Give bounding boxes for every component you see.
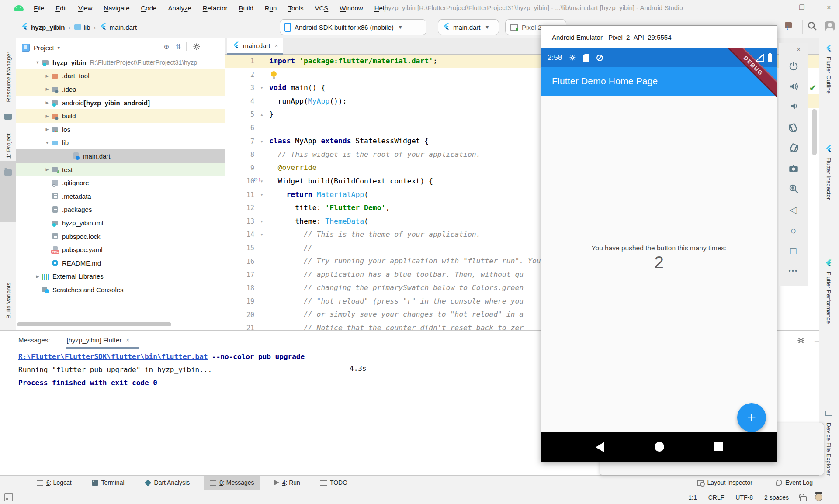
collapsed-arrow-icon[interactable]: ▶: [43, 74, 51, 78]
collapsed-arrow-icon[interactable]: ▶: [43, 127, 51, 131]
toolwindow-button-dart-analysis[interactable]: Dart Analysis: [139, 476, 196, 490]
hide-panel-icon[interactable]: —: [207, 43, 213, 51]
horizontal-scrollbar[interactable]: [17, 322, 171, 326]
line-number[interactable]: 18: [225, 284, 254, 292]
editor-scrollbar[interactable]: [812, 109, 817, 155]
gear-icon[interactable]: [193, 43, 201, 51]
tree-row-pubspec.yaml[interactable]: pubspec.yaml: [16, 243, 225, 256]
stripe-tab-resource-manager[interactable]: Resource Manager: [5, 52, 12, 102]
emulator-minimize-button[interactable]: –: [786, 46, 790, 53]
line-number[interactable]: 2: [225, 71, 254, 79]
tree-row-ios[interactable]: ▶ios: [16, 123, 225, 136]
tree-row-hyzp-yibin.iml[interactable]: hyzp_yibin.iml: [16, 216, 225, 230]
locate-icon[interactable]: ⊕: [164, 43, 170, 51]
tree-row-.dart-tool[interactable]: ▶.dart_tool: [16, 69, 225, 83]
menu-vcs[interactable]: VCS: [309, 4, 334, 12]
inspections-profile-icon[interactable]: [815, 494, 822, 501]
stripe-tab-1-project[interactable]: 1: Project: [5, 133, 12, 158]
tree-row-test[interactable]: ▶test: [16, 163, 225, 176]
fold-marker-icon[interactable]: ▾⊙↑: [254, 179, 269, 183]
fold-marker-icon[interactable]: ▾: [254, 232, 269, 237]
tab-main-dart[interactable]: main.dart ×: [227, 38, 283, 55]
intention-bulb-icon[interactable]: [271, 71, 277, 77]
tree-row-.packages[interactable]: .packages: [16, 203, 225, 217]
line-number[interactable]: 21: [225, 324, 254, 330]
device-selector[interactable]: Android SDK built for x86 (mobile) ▼: [280, 19, 426, 35]
fold-marker-icon[interactable]: ▴: [254, 112, 269, 117]
tree-row-build[interactable]: ▶build: [16, 109, 225, 123]
stripe-tab-flutter-inspector[interactable]: Flutter Inspector: [825, 157, 832, 200]
fab-increment-button[interactable]: +: [737, 403, 766, 432]
menu-run[interactable]: Run: [259, 4, 283, 12]
emulator-more-button[interactable]: •••: [779, 267, 808, 274]
stripe-tab-flutter-outline[interactable]: Flutter Outline: [825, 57, 832, 94]
line-number[interactable]: 12: [225, 204, 254, 212]
line-number[interactable]: 4: [225, 97, 254, 105]
collapse-all-icon[interactable]: ⇅: [175, 43, 180, 51]
emulator-title-bar[interactable]: Android Emulator - Pixel_2_API_29:5554: [541, 26, 777, 48]
nav-recents-button[interactable]: [714, 442, 723, 451]
tree-row-.gitignore[interactable]: .gitignore: [16, 176, 225, 190]
line-number[interactable]: 9: [225, 164, 254, 172]
line-number[interactable]: 7: [225, 138, 254, 145]
close-icon[interactable]: ×: [126, 337, 129, 343]
tree-row-scratches-and-consoles[interactable]: Scratches and Consoles: [16, 283, 225, 297]
stripe-tab-build-variants[interactable]: Build Variants: [5, 283, 12, 318]
line-number[interactable]: 3: [225, 84, 254, 92]
line-number[interactable]: 19: [225, 297, 254, 305]
expanded-arrow-icon[interactable]: ▼: [34, 60, 42, 65]
window-maximize-button[interactable]: ❒: [792, 0, 812, 16]
fold-marker-icon[interactable]: ▾: [254, 86, 269, 90]
menu-tools[interactable]: Tools: [282, 4, 309, 12]
emulator-home-button[interactable]: ○: [779, 226, 808, 236]
line-number[interactable]: 17: [225, 271, 254, 279]
menu-refactor[interactable]: Refactor: [197, 4, 233, 12]
menu-view[interactable]: View: [73, 4, 98, 12]
toolwindow-button-todo[interactable]: TODO: [314, 476, 354, 490]
tree-row-hyzp-yibin[interactable]: ▼hyzp_yibinR:\FlutterProject\FlutterProj…: [16, 56, 225, 69]
stripe-tab-device-file-explorer[interactable]: Device File Explorer: [825, 423, 832, 476]
menu-analyze[interactable]: Analyze: [162, 4, 197, 12]
line-number[interactable]: 11: [225, 191, 254, 199]
emulator-power-button[interactable]: [779, 61, 808, 72]
toolwindow-button-layout-inspector[interactable]: Layout Inspector: [691, 476, 759, 490]
nav-back-button[interactable]: [596, 442, 604, 452]
emulator-close-button[interactable]: ×: [797, 46, 800, 53]
breadcrumb-main.dart[interactable]: main.dart: [100, 23, 137, 31]
sdk-manager-button[interactable]: [785, 22, 792, 30]
gear-icon[interactable]: [797, 337, 805, 345]
fold-marker-icon[interactable]: ▾: [254, 193, 269, 197]
nav-home-button[interactable]: [655, 442, 664, 452]
status-item[interactable]: 1:1: [688, 494, 697, 501]
unlock-icon[interactable]: [800, 496, 807, 501]
line-number[interactable]: 1: [225, 57, 254, 65]
toolwindow-button-event-log[interactable]: Event Log: [770, 476, 819, 490]
line-number[interactable]: 16: [225, 258, 254, 266]
emulator-rotate-left-button[interactable]: [779, 122, 808, 133]
line-number[interactable]: 13: [225, 217, 254, 225]
search-everywhere-button[interactable]: [807, 21, 818, 34]
fold-marker-icon[interactable]: ▾: [254, 139, 269, 144]
tree-row-android[interactable]: ▶android [hyzp_yibin_android]: [16, 96, 225, 110]
emulator-volume-up-button[interactable]: [779, 81, 808, 92]
menu-edit[interactable]: Edit: [50, 4, 73, 12]
menu-navigate[interactable]: Navigate: [98, 4, 135, 12]
override-marker-icon[interactable]: ⊙↑: [253, 176, 261, 183]
window-close-button[interactable]: ×: [819, 0, 839, 16]
expanded-arrow-icon[interactable]: ▼: [43, 141, 51, 145]
tree-row-.idea[interactable]: ▶.idea: [16, 83, 225, 96]
status-item[interactable]: CRLF: [708, 494, 725, 501]
breadcrumb-hyzp_yibin[interactable]: hyzp_yibin: [21, 23, 65, 31]
line-number[interactable]: 5: [225, 110, 254, 118]
menu-build[interactable]: Build: [233, 4, 259, 12]
collapsed-arrow-icon[interactable]: ▶: [34, 274, 42, 279]
emulator-overview-button[interactable]: □: [779, 246, 808, 256]
tree-row-lib[interactable]: ▼lib: [16, 136, 225, 150]
emulator-zoom-button[interactable]: [779, 183, 808, 194]
tree-row-pubspec.lock[interactable]: pubspec.lock: [16, 230, 225, 243]
toolwindow-button-6-logcat[interactable]: 6: Logcat: [31, 476, 78, 490]
messages-tab[interactable]: [hyzp_yibin] Flutter ×: [67, 336, 129, 344]
collapsed-arrow-icon[interactable]: ▶: [43, 100, 51, 105]
line-number[interactable]: 15: [225, 244, 254, 252]
tree-row-main.dart[interactable]: main.dart: [16, 149, 225, 163]
